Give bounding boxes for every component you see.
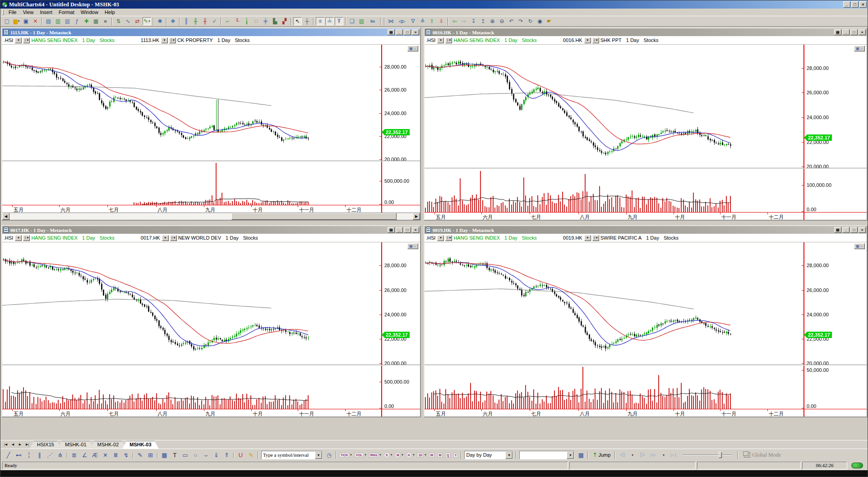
chart-close-button[interactable]: × [859,227,866,233]
symbol-combo-dropdown-icon[interactable]: ▼ [315,451,322,459]
minimize-button[interactable]: _ [843,1,850,8]
interval-range-dropdown-icon[interactable]: ▾ [379,453,381,457]
save-image-button[interactable]: ▨ [357,17,366,25]
filter-bars-button[interactable]: ∇ [409,17,417,25]
symbol2-dropdown-icon[interactable]: ▼ [584,235,591,241]
playback-play-button[interactable]: ▷ [638,450,647,459]
tab-mshk-01[interactable]: MSHK-01 [58,441,94,449]
price-pane[interactable]: ▦→28,000.0026,000.0024,000.0022,000.0020… [2,242,420,365]
interval-tick-dropdown-icon[interactable]: ▾ [350,453,352,457]
compress-bars-button[interactable]: ⋈ [387,17,395,25]
time-axis[interactable]: 五月六月七月八月九月十月十一月十二月 [425,212,867,220]
maximize-button[interactable]: □ [851,1,859,8]
volume-pane[interactable]: 500,000.000.00 [2,366,420,409]
price-pane[interactable]: ▦→28,000.0026,000.0024,000.0022,000.0020… [2,45,420,161]
horizontal-line-button[interactable]: ⊷ [14,450,23,459]
symbol-interval-combo[interactable]: ▼ [261,451,323,459]
scale-down-button[interactable]: ⇩ [437,17,446,25]
interval-tick-button[interactable]: TICK▾ [338,450,353,459]
interval-week-button[interactable]: W [428,450,436,459]
gann-fan-button[interactable]: ∠ [80,450,89,459]
close-desktop-button[interactable]: ✕ [31,17,40,25]
playback-fast-forward-button[interactable]: ▷▷ [648,451,658,460]
chart-title-bar[interactable]: 0016.HK - 1 Day - Metastock ▤ _ □ × [425,28,867,36]
scale-up-button[interactable]: ⇧ [428,17,436,25]
interval-month-button[interactable]: M [436,450,443,459]
windows-dialog-button[interactable]: ❏ [348,17,356,25]
chart-title-bar[interactable]: 0019.HK - 1 Day - Metastock ▤ _ □ × [425,226,867,234]
style-area-button[interactable]: ▞ [280,17,289,25]
symbol2-dropdown-icon[interactable]: ▼ [584,37,591,43]
chart-maximize-button[interactable]: □ [850,227,858,233]
chart-minimize-button[interactable]: _ [396,29,403,35]
playback-go-end-button[interactable]: ▷❘ [669,451,679,460]
axis-settings-icon[interactable]: ▦→ [854,243,865,249]
rectangle-tool-button[interactable]: ▭ [180,450,190,459]
menu-view[interactable]: View [20,9,37,15]
scale-range-button[interactable]: ≜ [418,17,427,25]
playback-fast-options-button[interactable]: ▾ [659,451,668,460]
interval1-dropdown-icon[interactable]: ❘▼ [445,37,452,43]
chart-window-0016[interactable]: 0016.HK - 1 Day - Metastock ▤ _ □ × .HSI… [424,28,868,221]
chart-maximize-button[interactable]: □ [404,227,411,233]
interval-range-button[interactable]: RNG▾ [368,450,382,459]
style-hollow-candle-button[interactable]: ╪ [261,17,270,25]
add-study-button[interactable]: ✚ [82,17,91,25]
chart-close-button[interactable]: × [859,29,866,35]
scroll-left-button[interactable]: ⇦ [450,17,459,25]
vertical-line-button[interactable]: ╎ [24,450,34,459]
new-chart-window-button[interactable]: ▤ [44,17,53,25]
tab-first-icon[interactable]: |◀ [2,441,9,448]
apply-check-button[interactable]: ✓ [210,17,219,25]
interval1-dropdown-icon[interactable]: ❘▼ [23,235,30,241]
save-desktop-button[interactable]: ▣ [22,17,30,25]
insert-arrows-button[interactable]: ⇄ [133,17,142,25]
tab-mshk-02[interactable]: MSHK-02 [90,441,126,449]
chart-title-bar[interactable]: 0017.HK - 1 Day - Metastock ▤ _ □ × [2,226,420,234]
time-axis[interactable]: 五月六月七月八月九月十月十一月十二月 [425,409,867,417]
volume-pane[interactable]: 50,000.000.00 [425,366,867,409]
style-histogram-button[interactable]: ▙ [271,17,279,25]
format-objects-button[interactable]: ƒ [73,17,81,25]
playback-step-back-button[interactable]: ◁ [617,450,627,459]
chart-minimize-button[interactable]: _ [842,227,850,233]
menu-insert[interactable]: Insert [37,9,55,15]
andrews-pitchfork-button[interactable]: ⋔ [55,450,65,459]
format-instrument-button[interactable]: ║ [182,17,190,25]
chart-close-button[interactable]: × [412,227,419,233]
tab-mshk-03[interactable]: MSHK-03 [122,441,158,449]
chart-title-bar[interactable]: 1113.HK - 1 Day - Metastock ▤ _ □ × [2,28,420,36]
chart-window-0017[interactable]: 0017.HK - 1 Day - Metastock ▤ _ □ × .HSI… [1,225,421,417]
format-window-button[interactable]: ❖ [169,17,177,25]
interval-year-button[interactable]: Y [452,450,459,459]
interval-second-dropdown-icon[interactable]: ▾ [391,453,392,457]
symbol1-dropdown-icon[interactable]: ▼ [437,37,444,43]
trendline-button[interactable]: ╱ [4,450,13,459]
trend-channel-button[interactable]: ⋰ [45,450,55,459]
open-desktop-dropdown-icon[interactable]: ▾ [18,19,20,23]
redo-all-button[interactable]: ↻ [526,17,535,25]
price-pane[interactable]: ▦→28,000.0026,000.0024,000.0022,000.0020… [425,45,867,168]
undo-button[interactable]: ↶ [507,17,516,25]
scrollbar-track[interactable] [9,213,413,220]
show-command-line-button[interactable]: ╧ [325,17,334,25]
zoom-out-button[interactable]: ⊖ [498,17,506,25]
view-visibility-button[interactable]: ◉ [536,17,544,25]
symbol1-dropdown-icon[interactable]: ▼ [437,235,444,241]
volume-pane[interactable]: 100,000.000.00 [425,169,867,212]
price-alert-button[interactable]: ▦ [160,450,169,459]
interval-minute-button[interactable]: M▾ [394,450,404,459]
close-button[interactable]: × [859,1,867,8]
symbol-interval-input[interactable] [262,452,315,458]
insert-indicator-button[interactable]: ⇅ [114,17,123,25]
interval2-dropdown-icon[interactable]: ❘▼ [592,235,599,241]
freehand-drawing-button[interactable]: ✎ [135,450,145,459]
menu-help[interactable]: Help [102,9,118,15]
open-desktop-button[interactable]: ▆▾ [12,17,21,25]
arrow-up-tool-button[interactable]: ⇑ [222,450,231,459]
show-trade-labels-button[interactable]: Ŧ [335,17,343,25]
symbol-lookup-button[interactable]: 6a [367,17,379,25]
tab-hsix15[interactable]: HSIX15 [30,441,61,449]
popout-icon[interactable]: ▤ [834,227,841,233]
style-candlestick-button[interactable]: ╽ [242,17,251,25]
